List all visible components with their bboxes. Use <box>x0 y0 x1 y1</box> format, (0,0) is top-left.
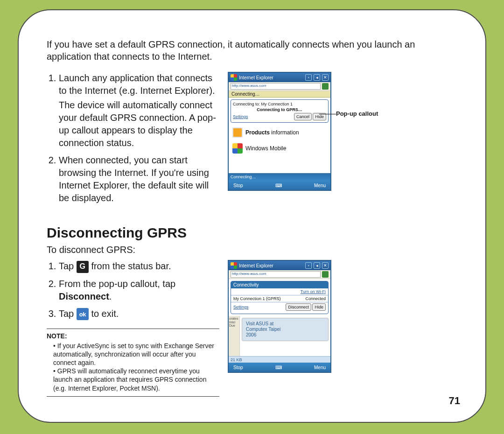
settings-link[interactable]: Settings <box>233 114 248 119</box>
step-text-b: from the status bar. <box>91 261 171 271</box>
note-item: If your ActiveSync is set to sync with E… <box>53 342 219 367</box>
page-number: 71 <box>449 395 460 407</box>
list-item[interactable]: Products information <box>229 125 330 140</box>
start-icon <box>231 262 237 269</box>
keyboard-icon[interactable]: ⌨ <box>275 183 282 188</box>
step-text-b: . <box>109 291 112 301</box>
go-icon[interactable] <box>322 83 329 90</box>
ok-icon: ok <box>77 308 89 320</box>
windows-icon <box>232 143 243 154</box>
disconnect-step-3: Tap ok to exit. <box>59 308 219 321</box>
gprs-icon: G <box>77 261 89 273</box>
connectivity-header: Connectivity <box>231 281 328 288</box>
screenshot-1-col: Internet Explorer ▫ ◂ ✕ http://www.asus.… <box>228 72 331 191</box>
connect-step-2: When connected, you can start browsing t… <box>59 154 219 204</box>
softkey-right[interactable]: Menu <box>314 183 326 188</box>
url-field[interactable]: http://www.asus.com <box>231 271 321 278</box>
disconnect-text-col: Tap G from the status bar. From the pop-… <box>47 260 219 397</box>
size-bar: 21 KB <box>229 356 330 363</box>
connect-steps: Launch any application that connects to … <box>47 72 219 204</box>
close-icon: ✕ <box>322 262 329 269</box>
connect-text-col: Launch any application that connects to … <box>47 72 219 209</box>
connectivity-callout: Connectivity Turn on Wi-Fi My Connection… <box>231 281 329 314</box>
side-text: Due <box>229 324 239 328</box>
url-field[interactable]: http://www.asus.com <box>231 83 321 90</box>
step-text-b: to exit. <box>91 308 119 319</box>
popup-callout-label: Pop-up callout <box>336 110 378 117</box>
softkey-right[interactable]: Menu <box>314 365 326 370</box>
note-list: If your ActiveSync is set to sync with E… <box>47 342 219 392</box>
side-text: orates <box>229 317 239 321</box>
disconnect-step-1: Tap G from the status bar. <box>59 260 219 273</box>
disconnect-row: Tap G from the status bar. From the pop-… <box>47 260 457 397</box>
signal-icon: ▫ <box>305 74 312 81</box>
promo-line: 2006 <box>246 332 324 338</box>
item-label: Windows Mobile <box>245 145 286 152</box>
softkey-left[interactable]: Stop <box>233 365 243 370</box>
settings-link[interactable]: Settings <box>233 305 249 309</box>
connection-name: My Connection 1 (GPRS) <box>233 296 281 301</box>
item-rest: information <box>270 129 299 136</box>
close-icon: ✕ <box>322 74 329 81</box>
hide-button[interactable]: Hide <box>312 303 326 311</box>
connection-state: Connected <box>305 296 326 301</box>
leader-line <box>319 114 336 114</box>
soft-key-bar: Stop ⌨ Menu <box>229 363 330 372</box>
titlebar: Internet Explorer ▫ ◂ ✕ <box>229 73 330 82</box>
device-screenshot-2: Internet Explorer ▫ ◂ ✕ http://www.asus.… <box>228 260 331 373</box>
connect-row: Launch any application that connects to … <box>47 72 457 209</box>
volume-icon: ◂ <box>314 74 320 81</box>
list-item[interactable]: Windows Mobile <box>229 140 330 156</box>
connecting-banner: Connecting… <box>229 91 330 98</box>
manual-page: If you have set a default GPRS connectio… <box>18 9 486 423</box>
go-icon[interactable] <box>322 271 329 278</box>
intro-paragraph: If you have set a default GPRS connectio… <box>47 38 457 63</box>
promo-line: Visit ASUS at <box>246 321 324 327</box>
step-sub: The device will automatically connect yo… <box>59 99 219 149</box>
step-text: Launch any application that connects to … <box>59 73 215 96</box>
step-text-a: Tap <box>59 261 77 271</box>
promo-line: Computex Taipei <box>246 327 324 332</box>
disconnect-bold: Disconnect <box>59 291 109 301</box>
titlebar: Internet Explorer ▫ ◂ ✕ <box>229 261 330 270</box>
soft-key-bar: Stop ⌨ Menu <box>229 181 330 190</box>
start-icon <box>231 74 237 81</box>
address-bar: http://www.asus.com <box>229 82 330 91</box>
app-title: Internet Explorer <box>239 263 273 268</box>
disconnect-heading: Disconnecting GPRS <box>47 225 457 241</box>
step-text-a: From the pop-up callout, tap <box>59 279 175 289</box>
promo-box: Visit ASUS at Computex Taipei 2006 <box>242 318 329 341</box>
device-screenshot-1: Internet Explorer ▫ ◂ ✕ http://www.asus.… <box>228 72 331 191</box>
connection-callout: Connecting to: My Connection 1 Connectin… <box>231 99 329 123</box>
disconnect-subhead: To disconnect GPRS: <box>47 245 457 255</box>
screenshot-2-col: Internet Explorer ▫ ◂ ✕ http://www.asus.… <box>228 260 331 373</box>
address-bar: http://www.asus.com <box>229 270 330 279</box>
side-column: orates Intel Due <box>229 316 240 356</box>
item-bold: Products <box>245 129 270 136</box>
keyboard-icon[interactable]: ⌨ <box>275 365 282 370</box>
status-bar: Connecting… <box>229 173 330 181</box>
connect-step-1: Launch any application that connects to … <box>59 72 219 149</box>
signal-icon: ▫ <box>305 262 312 269</box>
note-item: GPRS will automatically reconnect everyt… <box>53 367 219 392</box>
step-text-a: Tap <box>59 308 77 319</box>
side-text: Intel <box>229 321 239 324</box>
volume-icon: ◂ <box>314 262 320 269</box>
blank-area <box>229 156 330 173</box>
callout-line2: Connecting to GPRS… <box>233 107 326 112</box>
products-icon <box>232 127 243 138</box>
note-label: NOTE: <box>47 332 219 340</box>
disconnect-steps: Tap G from the status bar. From the pop-… <box>47 260 219 320</box>
callout-line1: Connecting to: My Connection 1 <box>233 102 326 106</box>
softkey-left[interactable]: Stop <box>233 183 243 188</box>
content-area: orates Intel Due Visit ASUS at Computex … <box>229 316 330 356</box>
app-title: Internet Explorer <box>239 75 273 80</box>
disconnect-step-2: From the pop-up callout, tap Disconnect. <box>59 278 219 303</box>
note-block: NOTE: If your ActiveSync is set to sync … <box>47 329 219 396</box>
cancel-button[interactable]: Cancel <box>294 113 312 120</box>
disconnect-button[interactable]: Disconnect <box>286 303 311 311</box>
wifi-link[interactable]: Turn on Wi-Fi <box>301 289 326 294</box>
